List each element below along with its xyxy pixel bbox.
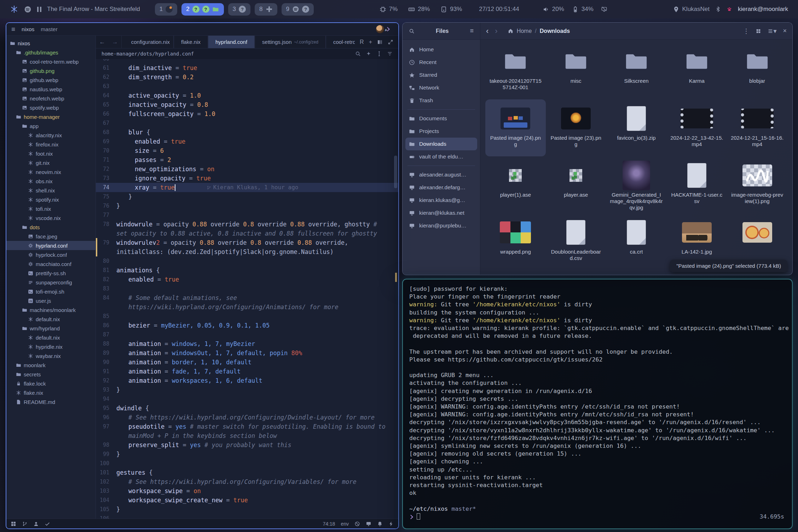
code-line[interactable]: 75}: [96, 192, 398, 201]
tree-item[interactable]: README.md: [6, 397, 96, 406]
sidebar-item-projects[interactable]: Projects: [405, 125, 477, 138]
sidebar-item-kieran-klukas-g-[interactable]: kieran.klukas@g…: [405, 194, 477, 207]
code-line[interactable]: 94: [96, 394, 398, 404]
sidebar-item-alesander-august-[interactable]: alesander.august…: [405, 168, 477, 181]
panel-toggle-icon[interactable]: [11, 521, 16, 527]
code-line[interactable]: 76}: [96, 201, 398, 210]
list-view-icon[interactable]: ▾: [768, 27, 776, 35]
code-line[interactable]: 78windowrule = opacity 0.88 override 0.8…: [96, 220, 398, 229]
expand-icon[interactable]: [388, 39, 393, 45]
code-line[interactable]: 90animation = border, 1, 10, default: [96, 358, 398, 367]
code-line[interactable]: 99}: [96, 450, 398, 459]
env-label[interactable]: env: [341, 521, 349, 527]
code-line[interactable]: 67: [96, 118, 398, 128]
code-line[interactable]: 104workspace_swipe_create_new = true: [96, 496, 398, 505]
tree-item[interactable]: neovim.nix: [6, 167, 96, 177]
sparkle-icon[interactable]: [366, 51, 371, 57]
nixos-logo-icon[interactable]: [10, 5, 18, 13]
paw-icon[interactable]: [727, 6, 732, 12]
new-tab-button[interactable]: +: [369, 39, 372, 45]
code-line[interactable]: 98preserve_split = yes # you probably wa…: [96, 440, 398, 450]
path-home[interactable]: Home: [517, 28, 532, 34]
grid-view-icon[interactable]: [756, 28, 761, 34]
code-line[interactable]: 63: [96, 82, 398, 91]
tree-item[interactable]: dots: [6, 222, 96, 232]
tree-item[interactable]: machines/moonlark: [6, 305, 96, 314]
tree-item[interactable]: macchiato.conf: [6, 259, 96, 268]
nav-back-icon[interactable]: ←: [96, 36, 109, 48]
terminal-toggle-icon[interactable]: [366, 521, 371, 527]
file-item[interactable]: image-removebg-preview(1).png: [727, 156, 787, 213]
tree-item[interactable]: nixos: [6, 39, 96, 48]
code-line[interactable]: 81animations {: [96, 266, 398, 275]
copilot-icon[interactable]: [354, 521, 360, 527]
code-line[interactable]: 87: [96, 330, 398, 339]
editor-scrollbar[interactable]: [394, 59, 398, 519]
code-line[interactable]: 74xray = trueKieran Klukas, 1 hour ago: [96, 183, 398, 192]
file-item[interactable]: 2024-12-21_15-16-16.mp4: [727, 99, 787, 156]
tree-item[interactable]: app: [6, 121, 96, 131]
code-line[interactable]: mainMod + P in the keybinds section belo…: [96, 431, 398, 440]
code-line[interactable]: 65inactive_opacity = 0.8: [96, 100, 398, 109]
tree-item[interactable]: tofi-emoji.sh: [6, 287, 96, 296]
file-item[interactable]: takeout-20241207T155714Z-001: [485, 42, 546, 99]
sidebar-item-network[interactable]: Network: [405, 81, 477, 94]
volume-stat[interactable]: 20%: [543, 6, 564, 13]
workspace-3[interactable]: 3?: [228, 3, 250, 16]
code-line[interactable]: 73ignore_opacity = true: [96, 174, 398, 183]
file-item[interactable]: favicon_io(3).zip: [606, 99, 667, 156]
tab-flake.nix[interactable]: flake.nix: [174, 36, 208, 48]
code-line[interactable]: 84# Some default animations, see: [96, 293, 398, 302]
sidebar-item-kieran-purplebu-[interactable]: kieran@purplebu…: [405, 219, 477, 232]
tree-item[interactable]: vscode.nix: [6, 213, 96, 222]
code-line[interactable]: 92animation = workspaces, 1, 6, default: [96, 376, 398, 385]
diagnostics-check-icon[interactable]: [45, 521, 50, 527]
tree-item[interactable]: cool-retro-term.webp: [6, 57, 96, 66]
tree-item[interactable]: secrets: [6, 370, 96, 379]
code-line[interactable]: 106: [96, 514, 398, 519]
tree-item[interactable]: flake.nix: [6, 388, 96, 397]
code-line[interactable]: 97pseudotile = yes # master switch for p…: [96, 422, 398, 431]
code-line[interactable]: 96# See https://wiki.hyprland.org/Config…: [96, 413, 398, 422]
scrollbar-thumb[interactable]: [394, 156, 397, 188]
tree-item[interactable]: wm/hyprland: [6, 324, 96, 333]
file-item[interactable]: blobjar: [727, 42, 787, 99]
code-line[interactable]: set opacity to 0.88 active, 0.8 inactive…: [96, 229, 398, 238]
file-item[interactable]: Pasted image (23).png: [546, 99, 606, 156]
tree-item[interactable]: user.js: [6, 296, 96, 305]
forward-icon[interactable]: ›: [495, 27, 497, 36]
bluetooth-icon[interactable]: [715, 6, 721, 12]
code-line[interactable]: 100: [96, 459, 398, 468]
tree-item[interactable]: default.nix: [6, 333, 96, 342]
kebab-menu-icon[interactable]: ⋮: [743, 27, 749, 35]
file-item[interactable]: player.ase: [546, 156, 606, 213]
code-line[interactable]: 89animation = windowsOut, 1, 7, default,…: [96, 348, 398, 358]
file-item[interactable]: wrapped.png: [485, 213, 546, 270]
network-status[interactable]: KlukasNet: [673, 6, 710, 13]
collab-icon[interactable]: [33, 521, 39, 527]
workspace-2[interactable]: 2??: [181, 3, 224, 16]
code-line[interactable]: 71passes = 2: [96, 155, 398, 164]
tree-item[interactable]: spotify.webp: [6, 103, 96, 112]
tree-item[interactable]: foot.nix: [6, 149, 96, 158]
filter-icon[interactable]: [387, 51, 393, 57]
code-line[interactable]: 72new_optimizations = on: [96, 164, 398, 174]
code-line[interactable]: 79windowrulev2 = opacity 0.88 override 0…: [96, 238, 398, 247]
account-menu[interactable]: ▾: [376, 25, 393, 33]
tree-item[interactable]: tofi.nix: [6, 204, 96, 213]
tree-item[interactable]: git.nix: [6, 158, 96, 167]
tree-item[interactable]: neofetch.webp: [6, 94, 96, 103]
code-line[interactable]: 60: [96, 59, 398, 63]
code-line[interactable]: 93}: [96, 385, 398, 394]
code-line[interactable]: 101gestures {: [96, 468, 398, 477]
tree-item[interactable]: obs.nix: [6, 177, 96, 186]
code-line[interactable]: 83: [96, 284, 398, 293]
code-line[interactable]: 68blur {: [96, 128, 398, 137]
code-line[interactable]: 86bezier = myBezier, 0.05, 0.9, 0.1, 1.0…: [96, 321, 398, 330]
sidebar-item-vault-of-the-eldu-[interactable]: vault of the eldu…: [405, 150, 477, 163]
code-line[interactable]: 88animation = windows, 1, 7, myBezier: [96, 339, 398, 348]
screen-off-icon[interactable]: [601, 6, 607, 12]
back-icon[interactable]: ‹: [486, 27, 488, 36]
tree-item[interactable]: shell.nix: [6, 186, 96, 195]
sidebar-item-alexander-defarg-[interactable]: alexander.defarg…: [405, 181, 477, 194]
